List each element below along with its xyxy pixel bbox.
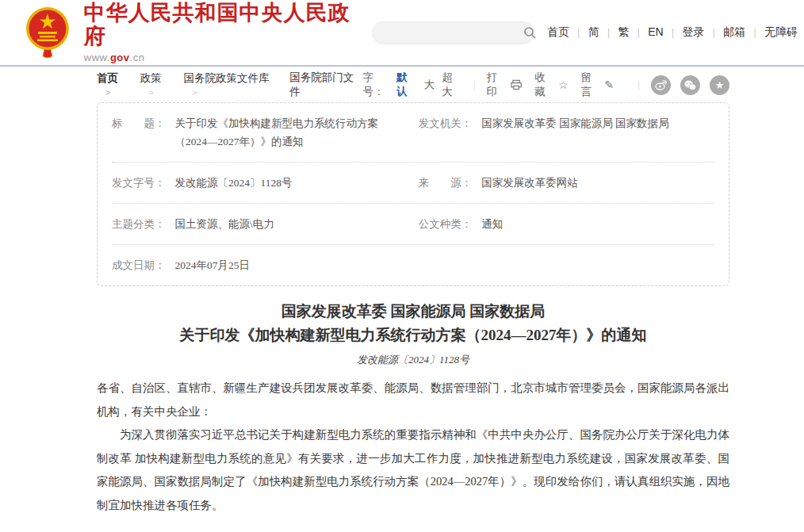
toolbar-divider: | [637, 78, 640, 91]
print-button[interactable]: 打印 [487, 71, 523, 99]
nav-login[interactable]: 登录 [682, 25, 723, 40]
font-size-large-button[interactable]: 大 [424, 78, 435, 92]
site-header: 中华人民共和国中央人民政府 www.gov.cn 首页 简 繁 EN 登录 邮箱… [0, 0, 804, 67]
search-input[interactable] [384, 22, 523, 44]
meta-agency-label: 发文机关： [419, 114, 473, 132]
nav-mailbox[interactable]: 邮箱 [723, 25, 764, 40]
favorite-button[interactable]: 收藏 ☆ [534, 71, 568, 99]
nav-simplified-chinese[interactable]: 简 [588, 25, 618, 40]
toolbar-divider: | [473, 78, 476, 91]
document-number: 发改能源〔2024〕1128号 [97, 353, 729, 367]
document-title-line2: 关于印发《加快构建新型电力系统行动方案（2024—2027年）》的通知 [97, 323, 729, 347]
breadcrumb-policy[interactable]: 政策 [140, 71, 184, 98]
meta-source-label: 来 源： [419, 174, 473, 192]
nav-accessibility[interactable]: 无障碍 [764, 25, 798, 40]
meta-category-label: 主题分类： [112, 215, 166, 233]
nav-english[interactable]: EN [648, 25, 682, 40]
breadcrumb-department-documents[interactable]: 国务院部门文件 [289, 71, 362, 99]
search-box[interactable] [372, 21, 534, 44]
search-icon[interactable] [523, 26, 536, 39]
meta-empty-cell [401, 245, 714, 285]
meta-doc-type-cell: 公文种类： 通知 [401, 204, 714, 244]
font-size-default-button[interactable]: 默认 [396, 71, 417, 99]
meta-doc-number-value: 发改能源〔2024〕1128号 [175, 174, 293, 192]
document-article: 国家发展改革委 国家能源局 国家数据局 关于印发《加快构建新型电力系统行动方案（… [97, 300, 729, 532]
top-nav: 首页 简 繁 EN 登录 邮箱 无障碍 [547, 25, 798, 40]
document-title-line1: 国家发展改革委 国家能源局 国家数据局 [97, 300, 729, 323]
meta-source-cell: 来 源： 国家发展改革委网站 [401, 163, 714, 203]
header-right: 首页 简 繁 EN 登录 邮箱 无障碍 [372, 21, 798, 44]
breadcrumb-toolbar-row: 首页 政策 国务院政策文件库 国务院部门文件 字号： 默认 大 超大 | 打印 … [97, 76, 729, 94]
font-size-label: 字号： [362, 71, 393, 99]
share-buttons: ★ [651, 75, 729, 95]
national-emblem-logo [22, 6, 73, 59]
site-url: www.gov.cn [84, 52, 372, 63]
meta-date-label: 成文日期： [112, 256, 166, 274]
star-share-icon: ★ [715, 79, 725, 91]
site-title: 中华人民共和国中央人民政府 [84, 2, 372, 48]
meta-category-value: 国土资源、能源\电力 [175, 215, 274, 233]
meta-agency-value: 国家发展改革委 国家能源局 国家数据局 [481, 114, 668, 132]
meta-date-value: 2024年07月25日 [175, 256, 251, 274]
page-tools: 字号： 默认 大 超大 | 打印 收藏 ☆ 留言 ✎ | [362, 71, 729, 99]
meta-source-value: 国家发展改革委网站 [481, 174, 578, 192]
pencil-icon: ✎ [605, 78, 614, 91]
meta-doc-type-value: 通知 [481, 215, 503, 233]
signature-ndrc: 国家发展改革委 [97, 529, 729, 532]
content-column: 首页 政策 国务院政策文件库 国务院部门文件 字号： 默认 大 超大 | 打印 … [97, 76, 729, 532]
paragraph-addressees: 各省、自治区、直辖市、新疆生产建设兵团发展改革委、能源局、数据管理部门，北京市城… [97, 377, 729, 423]
printer-icon [511, 79, 522, 90]
meta-title-value: 关于印发《加快构建新型电力系统行动方案（2024—2027年）》的通知 [175, 114, 401, 151]
signature-block: 国家发展改革委 国家能源局 国家数据局 2024年7月25日 [97, 529, 729, 532]
meta-agency-cell: 发文机关： 国家发展改革委 国家能源局 国家数据局 [401, 103, 714, 162]
meta-doc-number-cell: 发文字号： 发改能源〔2024〕1128号 [112, 163, 401, 203]
nav-traditional-chinese[interactable]: 繁 [618, 25, 648, 40]
meta-doc-type-label: 公文种类： [419, 215, 473, 233]
breadcrumb-policy-library[interactable]: 国务院政策文件库 [183, 71, 289, 98]
weibo-share-button[interactable] [651, 75, 671, 95]
meta-doc-number-label: 发文字号： [112, 174, 166, 192]
wechat-share-button[interactable] [680, 75, 700, 95]
meta-row-category-type: 主题分类： 国土资源、能源\电力 公文种类： 通知 [112, 204, 714, 245]
meta-row-number-source: 发文字号： 发改能源〔2024〕1128号 来 源： 国家发展改革委网站 [112, 163, 714, 204]
nav-home[interactable]: 首页 [547, 25, 588, 40]
meta-title-cell: 标 题： 关于印发《加快构建新型电力系统行动方案（2024—2027年）》的通知 [112, 103, 401, 162]
meta-title-label: 标 题： [112, 114, 166, 132]
star-share-button[interactable]: ★ [710, 75, 729, 95]
site-brand-text: 中华人民共和国中央人民政府 www.gov.cn [84, 2, 372, 63]
meta-category-cell: 主题分类： 国土资源、能源\电力 [112, 204, 401, 244]
document-meta-table: 标 题： 关于印发《加快构建新型电力系统行动方案（2024—2027年）》的通知… [97, 102, 729, 286]
meta-row-date: 成文日期： 2024年07月25日 [112, 245, 714, 285]
font-size-xlarge-button[interactable]: 超大 [442, 71, 462, 99]
meta-row-title-agency: 标 题： 关于印发《加快构建新型电力系统行动方案（2024—2027年）》的通知… [112, 103, 714, 163]
breadcrumb-home[interactable]: 首页 [97, 71, 140, 98]
star-icon: ☆ [558, 78, 569, 91]
site-brand[interactable]: 中华人民共和国中央人民政府 www.gov.cn [22, 2, 372, 63]
document-title: 国家发展改革委 国家能源局 国家数据局 关于印发《加快构建新型电力系统行动方案（… [97, 300, 729, 347]
paragraph-main: 为深入贯彻落实习近平总书记关于构建新型电力系统的重要指示精神和《中共中央办公厅、… [97, 423, 729, 517]
meta-date-cell: 成文日期： 2024年07月25日 [112, 245, 401, 285]
wechat-icon [684, 80, 696, 90]
document-body: 各省、自治区、直辖市、新疆生产建设兵团发展改革委、能源局、数据管理部门，北京市城… [97, 377, 729, 517]
breadcrumb: 首页 政策 国务院政策文件库 国务院部门文件 [97, 71, 362, 99]
comment-button[interactable]: 留言 ✎ [581, 71, 614, 99]
weibo-icon [655, 80, 667, 90]
